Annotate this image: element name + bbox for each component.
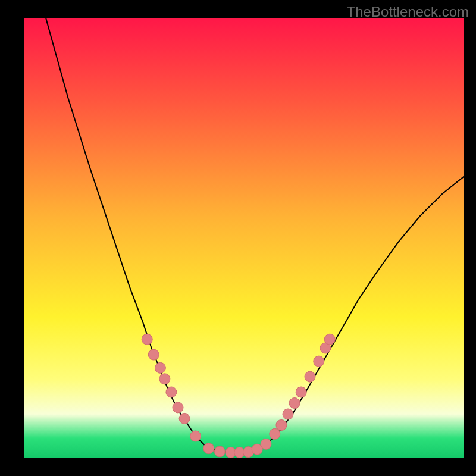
series-lines bbox=[46, 18, 464, 452]
data-dot bbox=[155, 362, 165, 373]
data-dot bbox=[296, 387, 306, 397]
scatter-dots bbox=[142, 334, 335, 458]
data-dot bbox=[179, 413, 190, 424]
data-dot bbox=[305, 371, 315, 382]
data-dot bbox=[166, 387, 177, 397]
data-dot bbox=[270, 428, 280, 439]
data-dot bbox=[261, 439, 271, 449]
watermark-text: TheBottleneck.com bbox=[347, 4, 469, 20]
data-dot bbox=[314, 356, 324, 367]
data-dot bbox=[203, 443, 214, 454]
data-dot bbox=[276, 420, 287, 431]
data-dot bbox=[142, 334, 152, 345]
data-dot bbox=[289, 398, 300, 409]
data-dot bbox=[148, 349, 159, 360]
plot-area bbox=[24, 18, 464, 458]
frame: TheBottleneck.com bbox=[0, 0, 476, 476]
data-dot bbox=[283, 409, 293, 419]
data-dot bbox=[190, 431, 201, 441]
bottleneck-curve bbox=[46, 18, 464, 452]
data-dot bbox=[173, 402, 183, 413]
chart-svg bbox=[24, 18, 464, 458]
data-dot bbox=[214, 446, 225, 457]
data-dot bbox=[324, 334, 335, 345]
data-dot bbox=[159, 374, 170, 384]
